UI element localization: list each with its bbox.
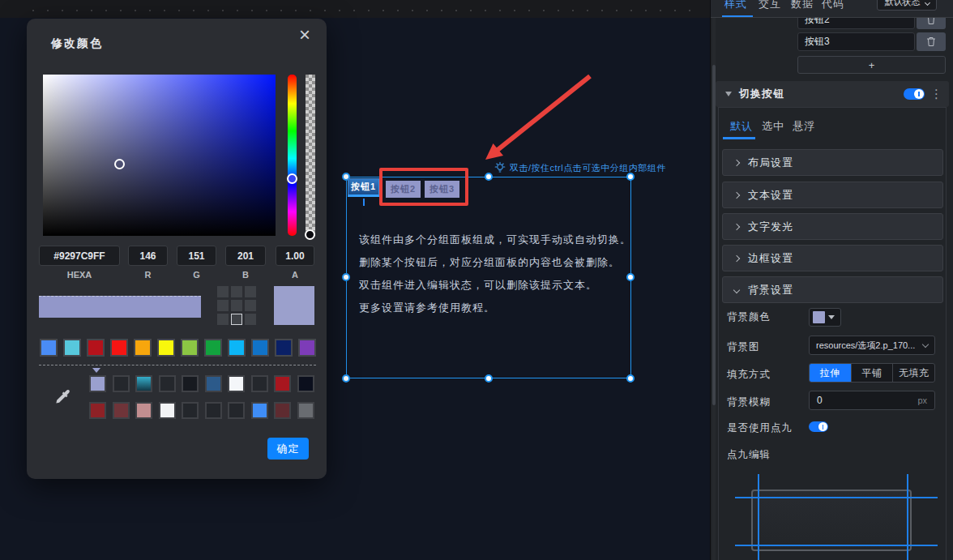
resize-handle-se[interactable] bbox=[626, 374, 635, 383]
properties-panel: 按钮2 按钮3 + 样式 交互 数据 代码 默认状态 切换按钮 bbox=[710, 0, 953, 560]
resize-handle-sw[interactable] bbox=[342, 374, 350, 383]
resize-handle-w[interactable] bbox=[342, 273, 350, 281]
color-swatch[interactable] bbox=[134, 339, 152, 357]
color-swatch[interactable] bbox=[159, 402, 176, 419]
fill-mode-label: 填充方式 bbox=[727, 368, 771, 382]
color-swatch[interactable] bbox=[182, 402, 199, 419]
section-text-glow[interactable]: 文字发光 bbox=[722, 213, 943, 240]
nine-patch-guide-right[interactable] bbox=[907, 474, 908, 560]
color-swatch[interactable] bbox=[205, 375, 222, 392]
hue-slider-handle[interactable] bbox=[287, 173, 297, 184]
color-swatch[interactable] bbox=[228, 339, 246, 357]
add-tab-button[interactable]: + bbox=[797, 56, 946, 74]
color-swatch[interactable] bbox=[204, 339, 222, 357]
hexa-label: HEXA bbox=[39, 270, 120, 280]
section-title: 文本设置 bbox=[748, 188, 793, 203]
color-swatch[interactable] bbox=[274, 375, 291, 392]
tab-code[interactable]: 代码 bbox=[822, 0, 844, 11]
bg-blur-value: 0 bbox=[817, 395, 823, 406]
tab-interaction[interactable]: 交互 bbox=[759, 0, 781, 11]
button-name-input-3[interactable]: 按钮3 bbox=[797, 32, 915, 51]
alpha-slider-handle[interactable] bbox=[305, 229, 315, 240]
color-cursor[interactable] bbox=[114, 159, 125, 169]
state-dropdown[interactable]: 默认状态 bbox=[877, 0, 937, 11]
color-picker-dialog: 修改颜色 × #9297C9FF 146 151 201 1.00 HEXA R… bbox=[27, 19, 327, 479]
alpha-slider[interactable] bbox=[306, 75, 315, 236]
eyedropper-icon[interactable] bbox=[53, 387, 74, 408]
color-swatch[interactable] bbox=[275, 339, 293, 357]
tab-data[interactable]: 数据 bbox=[791, 0, 814, 11]
color-swatch[interactable] bbox=[205, 402, 222, 419]
dialog-title: 修改颜色 bbox=[51, 36, 103, 51]
nine-patch-toggle[interactable] bbox=[809, 421, 828, 432]
color-swatch[interactable] bbox=[89, 402, 106, 419]
bg-image-dropdown[interactable]: resources/选项2.p_170... bbox=[809, 336, 935, 355]
fill-mode-stretch[interactable]: 拉伸 bbox=[810, 364, 852, 382]
section-border-settings[interactable]: 边框设置 bbox=[722, 245, 943, 271]
color-swatch[interactable] bbox=[251, 375, 268, 392]
color-swatch[interactable] bbox=[298, 339, 316, 357]
state-tab-default[interactable]: 默认 bbox=[730, 119, 753, 134]
group-tab-button-1[interactable]: 按钮1 bbox=[348, 178, 379, 197]
color-swatch[interactable] bbox=[87, 339, 105, 357]
color-swatch[interactable] bbox=[251, 339, 269, 357]
color-swatch[interactable] bbox=[113, 375, 130, 392]
nine-patch-guide-top[interactable] bbox=[735, 497, 938, 498]
color-swatch[interactable] bbox=[110, 339, 128, 357]
state-tab-hover[interactable]: 悬浮 bbox=[793, 119, 815, 134]
bg-blur-input[interactable]: 0 px bbox=[809, 391, 935, 410]
nine-patch-edit-label: 点九编辑 bbox=[727, 448, 771, 462]
blue-input[interactable]: 201 bbox=[225, 246, 266, 266]
section-text-settings[interactable]: 文本设置 bbox=[722, 182, 943, 208]
color-swatch[interactable] bbox=[181, 339, 199, 357]
color-swatch[interactable] bbox=[157, 339, 175, 357]
resize-handle-s[interactable] bbox=[485, 374, 493, 383]
color-swatch[interactable] bbox=[113, 402, 130, 419]
nine-patch-guide-bottom[interactable] bbox=[735, 545, 938, 546]
color-swatch[interactable] bbox=[40, 339, 58, 357]
confirm-button[interactable]: 确定 bbox=[267, 438, 309, 460]
hue-slider[interactable] bbox=[288, 75, 297, 236]
color-swatch[interactable] bbox=[89, 375, 106, 392]
color-swatch[interactable] bbox=[159, 375, 176, 392]
resize-handle-n[interactable] bbox=[485, 173, 493, 181]
color-swatch[interactable] bbox=[297, 375, 314, 392]
component-selection-box[interactable]: 按钮1 按钮2 按钮3 该组件由多个分组面板组成，可实现手动或自动切换。删除某个… bbox=[346, 177, 631, 378]
chevron-right-icon bbox=[733, 254, 740, 261]
color-swatch[interactable] bbox=[251, 402, 268, 419]
color-swatch[interactable] bbox=[63, 339, 81, 357]
color-swatch[interactable] bbox=[182, 375, 199, 392]
saturation-value-area[interactable] bbox=[43, 75, 276, 236]
color-swatch[interactable] bbox=[228, 402, 245, 419]
selected-swatch-marker bbox=[92, 368, 100, 373]
color-swatch[interactable] bbox=[228, 375, 245, 392]
bg-color-picker-button[interactable] bbox=[809, 308, 841, 327]
section-layout-settings[interactable]: 布局设置 bbox=[722, 149, 943, 176]
nine-patch-preview[interactable] bbox=[751, 489, 912, 551]
hexa-input[interactable]: #9297C9FF bbox=[39, 246, 120, 266]
state-tab-underline bbox=[723, 137, 755, 139]
state-tab-selected[interactable]: 选中 bbox=[762, 119, 784, 134]
group-visibility-toggle[interactable] bbox=[904, 88, 925, 100]
kebab-menu-icon[interactable]: ⋮ bbox=[930, 87, 942, 101]
delete-button-3[interactable] bbox=[917, 32, 946, 51]
alpha-input[interactable]: 1.00 bbox=[276, 246, 314, 266]
color-swatch[interactable] bbox=[274, 402, 291, 419]
tab-style[interactable]: 样式 bbox=[724, 0, 747, 11]
color-swatch[interactable] bbox=[135, 375, 152, 392]
toggle-button-group-header[interactable]: 切换按钮 ⋮ bbox=[716, 81, 949, 107]
close-icon[interactable]: × bbox=[299, 25, 310, 45]
fill-mode-none[interactable]: 无填充 bbox=[893, 364, 934, 382]
green-input[interactable]: 151 bbox=[177, 246, 216, 266]
fill-mode-tile[interactable]: 平铺 bbox=[852, 364, 894, 382]
panel-scrollbar-thumb[interactable] bbox=[712, 65, 716, 405]
component-text-line: 双击组件进入编辑状态，可以删除该提示文本。 bbox=[359, 274, 631, 297]
section-title: 文字发光 bbox=[748, 220, 793, 234]
nine-patch-guide-left[interactable] bbox=[758, 474, 759, 560]
gradient-direction-grid[interactable] bbox=[217, 286, 258, 325]
bg-image-value: resources/选项2.p_170... bbox=[816, 340, 915, 352]
section-background-settings[interactable]: 背景设置 bbox=[722, 276, 943, 303]
color-swatch[interactable] bbox=[297, 402, 314, 419]
color-swatch[interactable] bbox=[135, 402, 152, 419]
red-input[interactable]: 146 bbox=[128, 246, 168, 266]
